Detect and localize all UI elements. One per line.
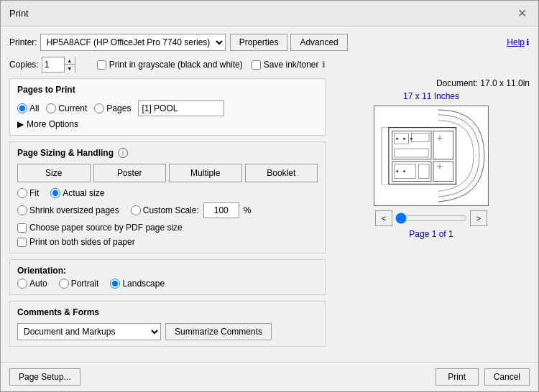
actual-size-label: Actual size	[63, 188, 104, 198]
advanced-button[interactable]: Advanced	[290, 34, 347, 51]
grayscale-checkbox-label[interactable]: Print in grayscale (black and white)	[97, 60, 243, 70]
booklet-button[interactable]: Booklet	[245, 164, 318, 182]
current-radio-label[interactable]: Current	[46, 103, 87, 113]
poster-button[interactable]: Poster	[93, 164, 167, 182]
comments-forms-section: Comments & Forms Document and Markups Su…	[9, 301, 326, 347]
portrait-radio-label[interactable]: Portrait	[59, 279, 99, 289]
save-ink-info-icon[interactable]: ℹ	[322, 60, 326, 70]
comments-forms-title: Comments & Forms	[17, 307, 318, 317]
actual-size-radio[interactable]	[50, 188, 60, 198]
current-label: Current	[58, 103, 87, 113]
multiple-button[interactable]: Multiple	[169, 164, 242, 182]
save-ink-label: Save ink/toner	[264, 60, 319, 70]
pages-to-print-title: Pages to Print	[17, 85, 318, 95]
svg-rect-1	[389, 128, 456, 185]
more-options-label: More Options	[27, 119, 78, 129]
percent-label: %	[244, 205, 252, 215]
landscape-radio-label[interactable]: Landscape	[110, 279, 165, 289]
next-page-button[interactable]: >	[470, 210, 487, 226]
properties-button[interactable]: Properties	[230, 34, 288, 51]
pages-range-input[interactable]	[138, 101, 224, 116]
grayscale-label: Print in grayscale (black and white)	[109, 60, 243, 70]
portrait-radio[interactable]	[59, 279, 69, 289]
paper-source-checkbox-label[interactable]: Choose paper source by PDF page size	[17, 223, 318, 233]
save-ink-checkbox-label[interactable]: Save ink/toner	[252, 60, 319, 70]
bottom-bar: Page Setup... Print Cancel	[1, 362, 538, 391]
landscape-radio[interactable]	[110, 279, 120, 289]
pages-radio[interactable]	[94, 103, 104, 113]
both-sides-checkbox-label[interactable]: Print on both sides of paper	[17, 237, 318, 247]
left-panel: Pages to Print All Current Pages	[9, 78, 326, 355]
auto-radio[interactable]	[17, 279, 27, 289]
fit-radio[interactable]	[17, 188, 27, 198]
more-options-toggle[interactable]: ▶ More Options	[17, 119, 318, 129]
print-dialog: Print ✕ Printer: HP5A8ACF (HP OfficeJet …	[0, 0, 539, 392]
cad-preview-svg	[374, 106, 488, 205]
help-link[interactable]: Help	[507, 37, 525, 47]
pages-radio-label[interactable]: Pages	[94, 103, 131, 113]
svg-point-13	[410, 138, 413, 140]
shrink-radio[interactable]	[17, 205, 27, 215]
all-radio-label[interactable]: All	[17, 103, 39, 113]
save-ink-checkbox[interactable]	[252, 60, 261, 70]
actual-size-radio-label[interactable]: Actual size	[50, 188, 104, 198]
size-button[interactable]: Size	[17, 164, 91, 182]
preview-image	[374, 106, 489, 206]
custom-scale-radio[interactable]	[131, 205, 141, 215]
sizing-title-row: Page Sizing & Handling i	[17, 148, 318, 158]
fit-label: Fit	[29, 188, 39, 198]
cancel-button[interactable]: Cancel	[484, 368, 530, 386]
svg-point-11	[396, 138, 398, 140]
all-label: All	[29, 103, 39, 113]
both-sides-label: Print on both sides of paper	[29, 237, 135, 247]
main-area: Pages to Print All Current Pages	[9, 78, 530, 355]
current-radio[interactable]	[46, 103, 56, 113]
print-button[interactable]: Print	[436, 368, 479, 386]
paper-size-label: 17 x 11 Inches	[403, 91, 459, 101]
comments-select[interactable]: Document and Markups	[17, 323, 161, 340]
sizing-options: Fit Actual size Shrink oversized pages	[17, 188, 318, 247]
window-title: Print	[9, 8, 29, 19]
shrink-custom-row: Shrink oversized pages Custom Scale: %	[17, 202, 318, 218]
page-setup-button[interactable]: Page Setup...	[9, 368, 80, 386]
page-slider[interactable]	[395, 213, 467, 224]
copies-up-button[interactable]: ▲	[65, 57, 75, 65]
prev-page-button[interactable]: <	[375, 210, 392, 226]
close-button[interactable]: ✕	[515, 6, 530, 20]
both-sides-checkbox[interactable]	[17, 238, 27, 247]
auto-label: Auto	[29, 279, 47, 289]
summarize-comments-button[interactable]: Summarize Comments	[165, 323, 272, 340]
svg-point-14	[396, 170, 398, 172]
right-panel: Document: 17.0 x 11.0in 17 x 11 Inches	[333, 78, 530, 355]
pages-options: All Current Pages	[17, 101, 318, 116]
copies-down-button[interactable]: ▼	[65, 65, 75, 73]
custom-scale-radio-label[interactable]: Custom Scale:	[131, 205, 199, 215]
copies-spinners: ▲ ▼	[64, 57, 75, 73]
auto-radio-label[interactable]: Auto	[17, 279, 47, 289]
all-radio[interactable]	[17, 103, 27, 113]
page-sizing-section: Page Sizing & Handling i Size Poster Mul…	[9, 141, 326, 253]
pages-label: Pages	[106, 103, 131, 113]
page-nav-row: < >	[359, 210, 503, 226]
pages-to-print-section: Pages to Print All Current Pages	[9, 78, 326, 136]
custom-scale-row: Custom Scale: %	[131, 202, 252, 218]
shrink-label: Shrink oversized pages	[29, 205, 119, 215]
page-info-label: Page 1 of 1	[409, 229, 453, 239]
paper-source-checkbox[interactable]	[17, 223, 27, 233]
copies-label: Copies:	[9, 60, 39, 70]
fit-radio-label[interactable]: Fit	[17, 188, 39, 198]
more-options-arrow: ▶	[17, 119, 24, 129]
grayscale-checkbox[interactable]	[97, 60, 106, 70]
help-icon[interactable]: ℹ	[526, 37, 530, 47]
comments-row: Document and Markups Summarize Comments	[17, 323, 318, 340]
shrink-radio-label[interactable]: Shrink oversized pages	[17, 205, 119, 215]
size-buttons-row: Size Poster Multiple Booklet	[17, 164, 318, 182]
printer-select[interactable]: HP5A8ACF (HP OfficeJet Pro 7740 series)	[40, 34, 226, 51]
copies-grayscale-row: Copies: ▲ ▼ Print in grayscale (black an…	[9, 57, 530, 73]
orientation-section: Orientation: Auto Portrait Landscape	[9, 259, 326, 295]
scale-input[interactable]	[203, 202, 239, 218]
printer-label: Printer:	[9, 37, 37, 47]
orientation-title: Orientation:	[17, 266, 66, 276]
copies-input[interactable]	[42, 57, 64, 72]
sizing-info-icon[interactable]: i	[118, 148, 128, 158]
